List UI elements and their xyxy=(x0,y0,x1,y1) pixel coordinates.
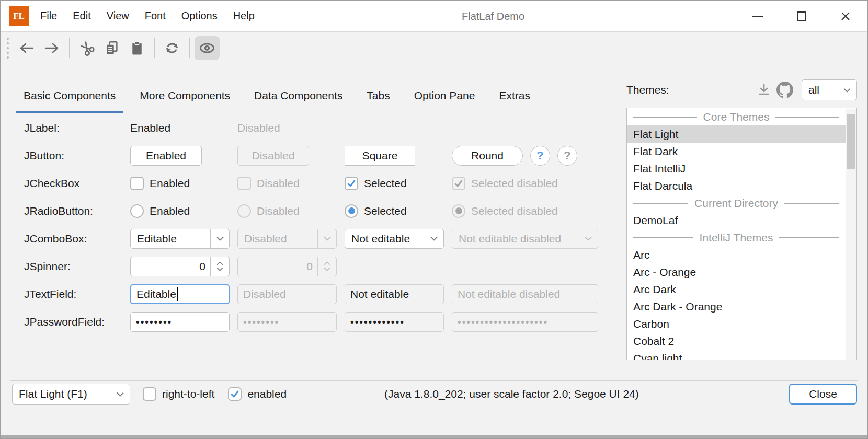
paste-icon xyxy=(129,40,145,56)
checkbox-icon xyxy=(237,177,251,190)
back-button[interactable] xyxy=(14,36,39,60)
tab-tabs[interactable]: Tabs xyxy=(359,78,397,113)
forward-arrow-icon xyxy=(44,42,60,54)
theme-item-flat-light[interactable]: Flat Light xyxy=(627,125,846,143)
eye-icon xyxy=(199,40,215,56)
combobox-not-editable[interactable]: Not editable xyxy=(345,229,444,249)
theme-item-arc-orange[interactable]: Arc - Orange xyxy=(627,263,846,281)
radio-selected-icon xyxy=(452,204,465,218)
refresh-button[interactable] xyxy=(159,36,185,60)
help-button[interactable]: ? xyxy=(530,146,550,166)
spinner-enabled[interactable]: 0 xyxy=(130,257,230,276)
passwordfield-not-editable[interactable]: •••••••••••• xyxy=(345,312,444,332)
theme-item-flat-intellij[interactable]: Flat IntelliJ xyxy=(627,160,846,177)
menu-help[interactable]: Help xyxy=(225,1,262,32)
radio-label: Selected disabled xyxy=(471,205,558,217)
cut-icon xyxy=(76,37,98,59)
theme-item-flat-dark[interactable]: Flat Dark xyxy=(627,143,846,160)
tab-data-components[interactable]: Data Components xyxy=(247,78,350,113)
theme-group-separator: IntelliJ Themes xyxy=(627,229,846,246)
paste-button[interactable] xyxy=(124,36,150,60)
round-button[interactable]: Round xyxy=(452,146,523,166)
github-icon xyxy=(776,82,793,98)
right-to-left-checkbox[interactable]: right-to-left xyxy=(143,387,214,401)
tab-more-components[interactable]: More Components xyxy=(132,78,237,113)
radio-selected[interactable]: Selected xyxy=(345,204,452,218)
jradiobutton-row-label: JRadioButton: xyxy=(24,205,130,217)
radio-label: Selected xyxy=(364,205,407,217)
toolbar-separator xyxy=(69,38,70,58)
show-toggle-button[interactable] xyxy=(195,36,220,60)
toolbar-grip-icon[interactable] xyxy=(7,38,9,59)
passwordfield-enabled[interactable]: •••••••• xyxy=(130,312,230,332)
menu-bar: File Edit View Font Options Help xyxy=(32,1,262,32)
radio-label: Disabled xyxy=(257,205,300,217)
menu-edit[interactable]: Edit xyxy=(65,1,98,32)
theme-group-separator: Current Directory xyxy=(627,194,846,212)
status-bar: Flat Light (F1) right-to-left enabled (J… xyxy=(12,384,857,405)
spinner-arrows[interactable] xyxy=(210,257,229,276)
radio-label: Enabled xyxy=(150,205,190,217)
close-button[interactable]: Close xyxy=(789,384,857,405)
enabled-checkbox[interactable]: enabled xyxy=(228,387,287,401)
checkbox-label: right-to-left xyxy=(162,388,214,400)
menu-font[interactable]: Font xyxy=(137,1,174,32)
minimize-button[interactable] xyxy=(736,1,780,32)
tab-basic-components[interactable]: Basic Components xyxy=(16,78,123,113)
theme-item-cobalt-2[interactable]: Cobalt 2 xyxy=(627,332,846,350)
chevron-down-icon xyxy=(838,80,856,100)
tab-bar: Basic Components More Components Data Co… xyxy=(16,78,618,113)
theme-item-arc[interactable]: Arc xyxy=(627,246,846,263)
radio-enabled[interactable]: Enabled xyxy=(130,204,237,218)
toolbar xyxy=(1,32,867,64)
textfield-editable[interactable]: Editable xyxy=(130,284,230,304)
menu-options[interactable]: Options xyxy=(174,1,225,32)
toolbar-separator xyxy=(154,38,155,58)
theme-item-demolaf[interactable]: DemoLaf xyxy=(627,212,846,229)
password-dots: •••••••• xyxy=(243,316,279,328)
jlabel-row-label: JLabel: xyxy=(24,122,130,134)
theme-item-arc-dark-orange[interactable]: Arc Dark - Orange xyxy=(627,298,846,315)
textfield-not-editable[interactable]: Not editable xyxy=(345,284,444,304)
github-button[interactable] xyxy=(774,82,795,98)
theme-item-cyan-light[interactable]: Cyan light xyxy=(627,350,846,360)
forward-button[interactable] xyxy=(39,36,64,60)
menu-view[interactable]: View xyxy=(99,1,137,32)
themes-scrollbar[interactable] xyxy=(846,109,856,360)
chevron-down-icon xyxy=(579,229,598,248)
tab-option-pane[interactable]: Option Pane xyxy=(407,78,483,113)
checkbox-selected-disabled: Selected disabled xyxy=(452,177,598,190)
spinner-value[interactable]: 0 xyxy=(131,260,210,273)
chevron-down-icon[interactable] xyxy=(210,229,229,248)
minimize-icon xyxy=(752,16,763,17)
theme-item-carbon[interactable]: Carbon xyxy=(627,315,846,332)
combobox-value: Editable xyxy=(137,233,177,245)
combobox-not-editable-disabled: Not editable disabled xyxy=(452,229,598,249)
chevron-down-icon xyxy=(111,384,130,404)
jbutton-row-label: JButton: xyxy=(24,149,130,162)
statusbar-separator xyxy=(10,380,858,381)
square-button[interactable]: Square xyxy=(345,146,415,166)
combobox-value: Disabled xyxy=(244,233,287,245)
checkbox-selected[interactable]: Selected xyxy=(345,177,452,190)
themes-filter-combobox[interactable]: all xyxy=(802,79,857,100)
scrollbar-thumb[interactable] xyxy=(847,114,855,169)
combobox-value: Not editable xyxy=(351,233,410,245)
cut-button[interactable] xyxy=(74,36,99,60)
theme-item-flat-darcula[interactable]: Flat Darcula xyxy=(627,177,846,194)
checkbox-enabled[interactable]: Enabled xyxy=(130,177,237,190)
copy-button[interactable] xyxy=(99,36,124,60)
enabled-button[interactable]: Enabled xyxy=(130,146,202,166)
menu-file[interactable]: File xyxy=(32,1,65,32)
tab-extras[interactable]: Extras xyxy=(492,78,538,113)
maximize-button[interactable] xyxy=(780,1,824,32)
lookandfeel-combobox[interactable]: Flat Light (F1) xyxy=(12,384,130,405)
text-caret xyxy=(177,287,178,301)
disabled-button: Disabled xyxy=(237,146,309,166)
theme-item-arc-dark[interactable]: Arc Dark xyxy=(627,281,846,298)
combobox-editable[interactable]: Editable xyxy=(130,229,230,249)
combobox-disabled: Disabled xyxy=(237,229,337,249)
passwordfield-not-editable-disabled: •••••••••••••••••••• xyxy=(452,312,598,332)
download-theme-button[interactable] xyxy=(753,83,774,97)
close-window-button[interactable] xyxy=(824,1,867,32)
